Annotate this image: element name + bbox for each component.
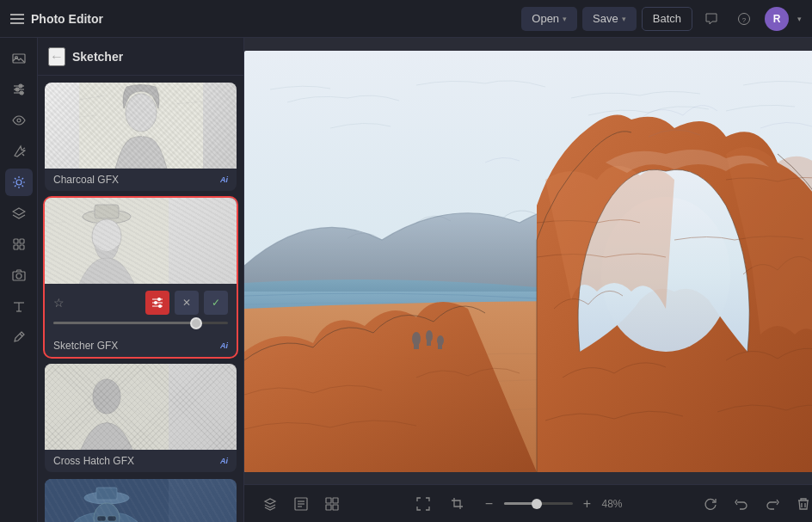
bottom-toolbar-center: − + 48% [411,492,632,516]
svg-rect-25 [14,245,18,249]
sidebar-icon-camera[interactable] [5,261,33,289]
crop-button[interactable] [446,492,470,516]
effect-item-crosshatch[interactable]: Cross Hatch GFX Ai [45,364,237,472]
effect-item-sketcher1[interactable]: Sketcher 1 [45,479,237,522]
avatar[interactable]: R [765,7,789,31]
svg-rect-69 [427,336,431,346]
effect-item-sketcher-gfx[interactable]: ☆ ✕ ✓ [45,198,237,357]
effect-item-charcoal[interactable]: Charcoal GFX Ai [45,83,237,191]
redo-button[interactable] [760,492,784,516]
svg-line-54 [45,364,169,450]
redo-icon [766,497,779,511]
canvas-area: − + 48% [244,38,812,522]
confirm-effect-button[interactable]: ✓ [204,291,228,315]
bottom-toolbar: − + 48% [244,484,812,522]
ai-badge-sketcher: Ai [220,341,228,350]
svg-point-14 [16,180,22,185]
topbar-left: Photo Editor [10,12,514,26]
svg-point-60 [94,503,120,522]
charcoal-preview [79,83,203,169]
app-title: Photo Editor [31,12,103,26]
fit-screen-icon [416,497,430,511]
zoom-out-button[interactable]: − [480,494,499,513]
svg-rect-77 [333,498,338,503]
fit-to-screen-button[interactable] [411,492,435,516]
batch-button[interactable]: Batch [642,7,692,31]
svg-text:?: ? [742,16,747,24]
bottom-toolbar-right [698,492,812,516]
trash-icon [797,497,810,511]
effect-info-sketcher: Sketcher GFX Ai [45,335,237,357]
svg-line-11 [22,154,24,156]
settings-icon [151,297,163,309]
ai-badge-charcoal: Ai [220,175,228,184]
save-button[interactable]: Save ▾ [582,7,637,31]
svg-line-35 [79,95,105,100]
comment-button[interactable] [699,7,723,31]
delete-button[interactable] [791,492,812,516]
svg-line-21 [22,178,23,180]
undo-button[interactable] [729,492,754,516]
svg-line-37 [174,101,203,104]
rotate-button[interactable] [698,492,723,516]
svg-rect-79 [333,505,338,510]
svg-rect-33 [79,83,203,169]
svg-line-53 [79,364,169,415]
save-chevron: ▾ [622,15,626,23]
grid-button[interactable] [320,492,344,516]
svg-line-42 [45,222,66,224]
effects-panel-title: Sketcher [72,50,123,64]
effect-name-charcoal: Charcoal GFX [53,174,119,186]
help-button[interactable]: ? [732,7,756,31]
sidebar-icon-magic[interactable] [5,138,33,165]
svg-rect-24 [20,239,24,243]
svg-point-47 [154,301,157,304]
sidebar-icon-effects[interactable] [5,169,33,196]
sidebar-icon-image[interactable] [5,45,33,72]
rotate-icon [704,497,717,511]
effect-thumb-crosshatch [45,364,237,450]
open-button[interactable]: Open ▾ [521,7,577,31]
favorite-button[interactable]: ☆ [53,296,65,310]
svg-line-19 [15,178,16,180]
history-button[interactable] [289,492,313,516]
sketcher1-preview [45,479,169,522]
svg-point-34 [126,94,157,132]
svg-point-7 [15,88,19,91]
active-controls: ☆ ✕ ✓ [45,284,237,335]
back-button[interactable]: ← [48,47,65,66]
svg-rect-59 [96,488,117,500]
sidebar-icon-text[interactable] [5,292,33,320]
svg-rect-50 [45,364,169,450]
svg-point-49 [158,304,162,308]
sidebar-icon-brush[interactable] [5,323,33,351]
zoom-in-button[interactable]: + [578,494,597,513]
svg-point-58 [84,492,129,504]
svg-point-10 [17,119,21,122]
svg-rect-67 [414,339,419,349]
open-chevron: ▾ [563,15,567,23]
svg-rect-23 [14,239,18,243]
svg-line-12 [23,148,25,149]
zoom-slider[interactable] [504,502,573,505]
sidebar-icon-adjustments[interactable] [5,76,33,103]
settings-active-button[interactable] [145,291,169,315]
svg-line-43 [144,248,169,249]
sidebar-icon-eye[interactable] [5,107,33,134]
effect-thumb-charcoal [45,83,237,169]
sidebar-icon-layers[interactable] [5,200,33,227]
effects-list: Charcoal GFX Ai [38,76,243,522]
cancel-effect-button[interactable]: ✕ [175,291,199,315]
menu-icon[interactable] [10,14,24,24]
controls-row: ☆ ✕ ✓ [53,291,228,315]
sidebar-icon-objects[interactable] [5,230,33,258]
layers-button[interactable] [258,492,282,516]
svg-rect-57 [45,479,169,522]
svg-line-20 [22,186,23,187]
topbar-right: ? R ▾ [699,7,802,31]
effects-header: ← Sketcher [38,38,243,76]
svg-rect-62 [108,516,116,521]
svg-line-55 [45,364,151,433]
sketcher-preview [45,198,169,284]
zoom-percentage: 48% [602,498,632,510]
